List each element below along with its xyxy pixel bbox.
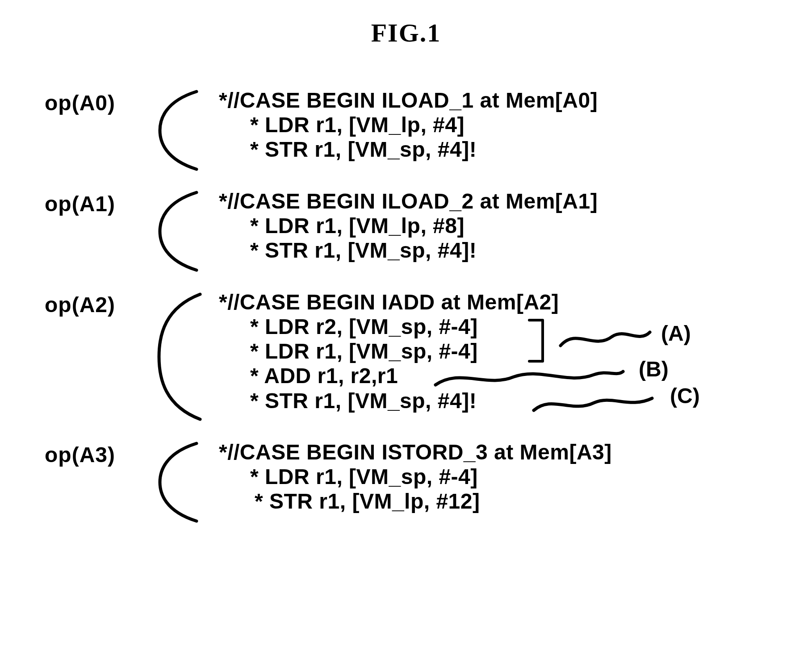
code-col-a0: *//CASE BEGIN ILOAD_1 at Mem[A0] * LDR r… — [219, 88, 812, 162]
instruction: * LDR r1, [VM_sp, #-4] — [250, 464, 812, 489]
case-comment: *//CASE BEGIN ILOAD_2 at Mem[A1] — [219, 189, 812, 213]
case-comment: *//CASE BEGIN IADD at Mem[A2] — [219, 290, 812, 314]
annotation-squiggle-c-icon — [532, 390, 657, 417]
instruction: * STR r1, [VM_sp, #4]! — [250, 137, 812, 162]
annotation-squiggle-b-icon — [433, 363, 625, 390]
instruction: * LDR r1, [VM_lp, #8] — [250, 213, 812, 238]
annotation-bracket-a-icon — [527, 317, 558, 366]
op-label-a2: op(A2) — [45, 292, 115, 317]
case-comment: *//CASE BEGIN ILOAD_1 at Mem[A0] — [219, 88, 812, 113]
brace-icon — [147, 189, 210, 275]
instruction: * STR r1, [VM_sp, #4]! — [250, 388, 812, 413]
instruction: * LDR r1, [VM_lp, #4] — [250, 113, 812, 137]
code-col-a1: *//CASE BEGIN ILOAD_2 at Mem[A1] * LDR r… — [219, 189, 812, 263]
page: FIG.1 op(A0) *//CASE BEGIN ILOAD_1 at Me… — [0, 0, 812, 672]
instruction: * STR r1, [VM_lp, #12] — [255, 489, 812, 513]
annotation-label-c: (C) — [670, 384, 700, 408]
case-comment: *//CASE BEGIN ISTORD_3 at Mem[A3] — [219, 440, 812, 464]
op-label-a3: op(A3) — [45, 442, 115, 467]
block-a2: op(A2) *//CASE BEGIN IADD at Mem[A2] * L… — [45, 290, 812, 424]
blocks-container: op(A0) *//CASE BEGIN ILOAD_1 at Mem[A0] … — [45, 88, 812, 525]
block-a3: op(A3) *//CASE BEGIN ISTORD_3 at Mem[A3]… — [45, 440, 812, 525]
figure-title: FIG.1 — [0, 18, 812, 48]
brace-icon — [147, 440, 210, 526]
instruction: * STR r1, [VM_sp, #4]! — [250, 238, 812, 263]
code-col-a3: *//CASE BEGIN ISTORD_3 at Mem[A3] * LDR … — [219, 440, 812, 513]
annotation-squiggle-a-icon — [558, 326, 652, 352]
op-label-a1: op(A1) — [45, 192, 115, 216]
annotation-label-b: (B) — [639, 357, 669, 381]
brace-icon — [147, 290, 214, 426]
annotation-label-a: (A) — [661, 321, 691, 346]
brace-icon — [147, 88, 210, 175]
op-label-a0: op(A0) — [45, 91, 115, 115]
block-a1: op(A1) *//CASE BEGIN ILOAD_2 at Mem[A1] … — [45, 189, 812, 274]
code-col-a2: *//CASE BEGIN IADD at Mem[A2] * LDR r2, … — [219, 290, 812, 413]
block-a0: op(A0) *//CASE BEGIN ILOAD_1 at Mem[A0] … — [45, 88, 812, 173]
